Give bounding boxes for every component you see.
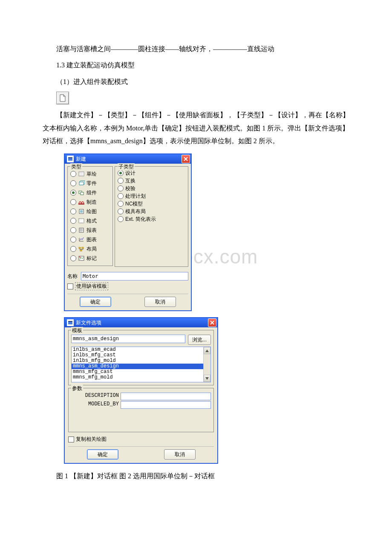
template-input[interactable]: mmns_asm_design [71, 335, 185, 343]
type-option[interactable]: 零件 [70, 179, 110, 188]
group-type: 类型 草绘零件组件制造绘图格式报表图表布局标记 [67, 166, 113, 266]
type-option[interactable]: 绘图 [70, 207, 110, 216]
name-input[interactable]: Motor [81, 272, 188, 280]
subtype-label: Ext. 简化表示 [125, 216, 156, 223]
group-subtype: 子类型 设计互换校验处理计划NC模型模具布局Ext. 简化表示 [115, 166, 188, 267]
titlebar-2[interactable]: 新文件选项 [65, 318, 217, 327]
radio-icon[interactable] [70, 171, 76, 177]
ok-button[interactable]: 确定 [80, 297, 111, 307]
system-icon [67, 156, 74, 162]
group-template-label: 模板 [71, 327, 83, 334]
subtype-option[interactable]: Ext. 简化表示 [118, 215, 185, 223]
group-template: 模板 mmns_asm_design 浏览... inlbs_asm_ecadi… [68, 330, 214, 385]
close-icon-2[interactable] [208, 318, 216, 327]
close-icon[interactable] [182, 155, 190, 163]
copy-drawings-checkbox[interactable] [68, 436, 74, 442]
type-icon [78, 237, 85, 243]
svg-rect-9 [79, 247, 81, 249]
paragraph-3: （1）进入组件装配模式 [43, 75, 349, 88]
subtype-option[interactable]: NC模型 [118, 200, 185, 208]
browse-button[interactable]: 浏览... [188, 335, 211, 345]
paragraph-2: 1.3 建立装配运动仿真模型 [43, 59, 349, 72]
type-label: 布局 [86, 246, 97, 253]
radio-icon[interactable] [118, 216, 124, 222]
copy-drawings-label: 复制相关绘图 [76, 436, 107, 443]
type-label: 格式 [86, 217, 97, 225]
dialog-title: 新建 [76, 156, 182, 163]
subtype-option[interactable]: 处理计划 [118, 192, 185, 200]
system-icon-2 [67, 319, 74, 326]
radio-icon[interactable] [70, 199, 76, 205]
type-option[interactable]: 报表 [70, 225, 110, 235]
type-icon [78, 171, 85, 177]
new-file-icon [56, 92, 69, 104]
group-subtype-label: 子类型 [118, 163, 135, 171]
radio-icon[interactable] [118, 201, 124, 207]
radio-icon[interactable] [70, 218, 76, 224]
group-type-label: 类型 [70, 163, 82, 171]
radio-icon[interactable] [70, 227, 76, 233]
subtype-label: NC模型 [125, 200, 143, 208]
subtype-label: 处理计划 [125, 193, 146, 200]
paragraph-1: 活塞与活塞槽之间————圆柱连接——轴线对齐，—————直线运动 [43, 43, 349, 55]
paragraph-4: 【新建文件】－【类型】－【组件】－【使用缺省面板】，【子类型】－【设计】，再在【… [43, 109, 349, 147]
scroll-down-icon[interactable] [204, 375, 210, 382]
type-option[interactable]: 布局 [70, 244, 110, 254]
radio-icon[interactable] [70, 190, 76, 196]
type-icon [78, 255, 85, 261]
group-params: 参数 DESCRIPTION MODELED_BY [68, 388, 214, 432]
param-modeledby-label: MODELED_BY [71, 401, 121, 409]
radio-icon[interactable] [118, 178, 124, 184]
radio-icon[interactable] [118, 193, 124, 199]
param-description-label: DESCRIPTION [71, 393, 121, 400]
type-option[interactable]: 图表 [70, 235, 110, 244]
subtype-option[interactable]: 模具布局 [118, 208, 185, 215]
type-option[interactable]: 制造 [70, 197, 110, 207]
list-item[interactable]: mmns_mfg_mold [72, 375, 210, 380]
subtype-label: 互换 [125, 177, 135, 185]
type-icon [78, 199, 85, 205]
radio-icon[interactable] [118, 185, 124, 191]
use-default-template-label: 使用缺省模板 [75, 282, 108, 290]
type-label: 草绘 [86, 171, 97, 178]
svg-rect-1 [68, 157, 72, 158]
subtype-label: 模具布局 [125, 208, 146, 215]
cancel-button-2[interactable]: 取消 [164, 449, 196, 460]
radio-icon[interactable] [70, 255, 76, 261]
radio-icon[interactable] [70, 237, 76, 243]
template-list[interactable]: inlbs_asm_ecadinlbs_mfg_castinlbs_mfg_mo… [71, 347, 211, 382]
scrollbar[interactable] [203, 347, 210, 382]
param-modeledby-input[interactable] [121, 401, 211, 409]
radio-icon[interactable] [70, 246, 76, 252]
type-icon [78, 218, 85, 224]
type-label: 报表 [86, 227, 97, 234]
type-icon [78, 227, 85, 233]
cancel-button[interactable]: 取消 [144, 297, 176, 307]
type-option[interactable]: 格式 [70, 216, 110, 225]
subtype-label: 设计 [125, 170, 135, 177]
svg-rect-4 [81, 192, 84, 195]
radio-icon[interactable] [70, 208, 76, 214]
dialog-new: 新建 类型 草绘零件组件制造绘图格式报表图表布局标记 子类型 [64, 153, 192, 311]
param-description-input[interactable] [121, 393, 211, 400]
subtype-option[interactable]: 校验 [118, 185, 185, 192]
ok-button-2[interactable]: 确定 [87, 449, 118, 460]
type-option[interactable]: 标记 [70, 254, 110, 263]
svg-rect-5 [78, 203, 84, 205]
subtype-label: 校验 [125, 185, 135, 192]
type-option[interactable]: 草绘 [70, 169, 110, 179]
radio-icon[interactable] [70, 180, 76, 186]
titlebar[interactable]: 新建 [65, 154, 191, 164]
figure-caption: 图 1 【新建】对话框 图 2 选用用国际单位制－对话框 [43, 470, 349, 483]
radio-icon[interactable] [118, 170, 124, 176]
use-default-template-checkbox[interactable] [67, 283, 73, 289]
type-option[interactable]: 组件 [70, 188, 110, 197]
subtype-option[interactable]: 互换 [118, 177, 185, 185]
radio-icon[interactable] [118, 208, 124, 214]
type-label: 制造 [86, 199, 97, 206]
dialog-title-2: 新文件选项 [76, 319, 208, 327]
type-label: 标记 [86, 255, 97, 262]
type-label: 绘图 [86, 208, 97, 215]
scroll-up-icon[interactable] [204, 347, 210, 354]
group-params-label: 参数 [71, 385, 83, 392]
